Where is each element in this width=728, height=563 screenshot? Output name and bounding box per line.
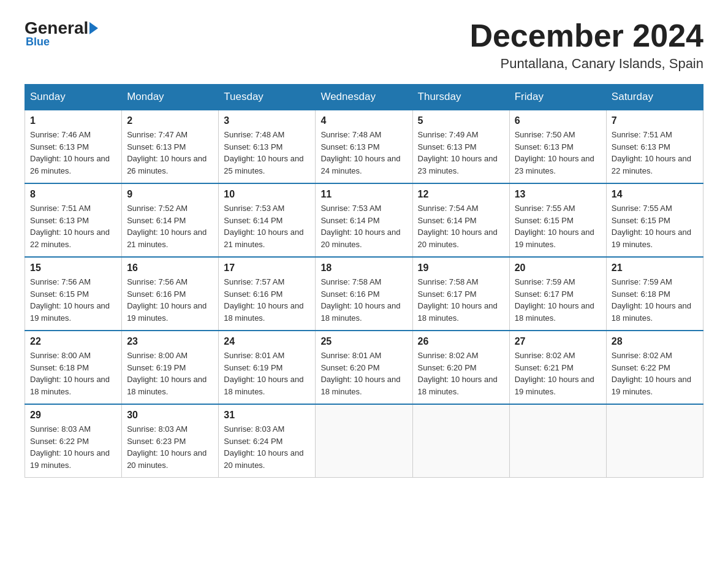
day-number: 7 (612, 115, 698, 126)
day-number: 9 (127, 189, 213, 200)
calendar-cell: 29Sunrise: 8:03 AMSunset: 6:22 PMDayligh… (25, 404, 122, 478)
calendar-cell: 6Sunrise: 7:50 AMSunset: 6:13 PMDaylight… (509, 110, 606, 183)
day-info: Sunrise: 7:48 AMSunset: 6:13 PMDaylight:… (320, 129, 407, 177)
title-area: December 2024 Puntallana, Canary Islands… (469, 18, 703, 72)
day-number: 23 (127, 336, 213, 347)
day-number: 16 (127, 262, 213, 274)
calendar-cell: 20Sunrise: 7:59 AMSunset: 6:17 PMDayligh… (509, 257, 606, 331)
calendar-cell: 17Sunrise: 7:57 AMSunset: 6:16 PMDayligh… (219, 257, 316, 331)
day-info: Sunrise: 7:59 AMSunset: 6:18 PMDaylight:… (612, 276, 698, 324)
calendar-cell: 11Sunrise: 7:53 AMSunset: 6:14 PMDayligh… (316, 183, 412, 257)
day-info: Sunrise: 8:00 AMSunset: 6:18 PMDaylight:… (30, 350, 116, 397)
day-number: 30 (127, 410, 213, 421)
day-number: 27 (515, 336, 601, 347)
day-number: 6 (515, 115, 601, 126)
day-info: Sunrise: 8:02 AMSunset: 6:22 PMDaylight:… (612, 350, 698, 397)
calendar-cell: 7Sunrise: 7:51 AMSunset: 6:13 PMDaylight… (606, 110, 703, 183)
calendar-week-row: 22Sunrise: 8:00 AMSunset: 6:18 PMDayligh… (25, 331, 703, 404)
day-number: 28 (612, 336, 698, 347)
calendar-week-row: 15Sunrise: 7:56 AMSunset: 6:15 PMDayligh… (25, 257, 703, 331)
calendar-cell: 25Sunrise: 8:01 AMSunset: 6:20 PMDayligh… (316, 331, 412, 404)
calendar-cell: 27Sunrise: 8:02 AMSunset: 6:21 PMDayligh… (509, 331, 606, 404)
calendar-cell: 14Sunrise: 7:55 AMSunset: 6:15 PMDayligh… (606, 183, 703, 257)
calendar-cell: 24Sunrise: 8:01 AMSunset: 6:19 PMDayligh… (219, 331, 316, 404)
day-number: 24 (224, 336, 310, 347)
day-number: 13 (515, 189, 601, 200)
calendar-cell: 9Sunrise: 7:52 AMSunset: 6:14 PMDaylight… (122, 183, 219, 257)
calendar-cell: 19Sunrise: 7:58 AMSunset: 6:17 PMDayligh… (412, 257, 509, 331)
calendar-cell (509, 404, 606, 478)
day-info: Sunrise: 8:02 AMSunset: 6:21 PMDaylight:… (515, 350, 601, 397)
day-info: Sunrise: 7:51 AMSunset: 6:13 PMDaylight:… (612, 129, 698, 177)
day-number: 17 (224, 262, 310, 274)
calendar-cell: 13Sunrise: 7:55 AMSunset: 6:15 PMDayligh… (509, 183, 606, 257)
day-number: 1 (30, 115, 116, 126)
calendar-week-row: 29Sunrise: 8:03 AMSunset: 6:22 PMDayligh… (25, 404, 703, 478)
day-info: Sunrise: 7:51 AMSunset: 6:13 PMDaylight:… (30, 202, 116, 250)
calendar-header-saturday: Saturday (606, 85, 703, 110)
calendar-cell: 26Sunrise: 8:02 AMSunset: 6:20 PMDayligh… (412, 331, 509, 404)
page-header: General Blue December 2024 Puntallana, C… (25, 18, 703, 72)
calendar-cell: 12Sunrise: 7:54 AMSunset: 6:14 PMDayligh… (412, 183, 509, 257)
day-info: Sunrise: 7:55 AMSunset: 6:15 PMDaylight:… (515, 202, 601, 250)
day-number: 8 (30, 189, 116, 200)
day-number: 19 (418, 262, 504, 274)
day-info: Sunrise: 7:49 AMSunset: 6:13 PMDaylight:… (418, 129, 504, 177)
day-number: 12 (418, 189, 504, 200)
calendar-header-wednesday: Wednesday (316, 85, 412, 110)
day-number: 26 (418, 336, 504, 347)
month-title: December 2024 (469, 18, 703, 53)
day-info: Sunrise: 8:03 AMSunset: 6:24 PMDaylight:… (224, 423, 310, 471)
calendar-cell: 16Sunrise: 7:56 AMSunset: 6:16 PMDayligh… (122, 257, 219, 331)
calendar-cell: 15Sunrise: 7:56 AMSunset: 6:15 PMDayligh… (25, 257, 122, 331)
day-info: Sunrise: 7:57 AMSunset: 6:16 PMDaylight:… (224, 276, 310, 324)
calendar-header-friday: Friday (509, 85, 606, 110)
calendar-header-tuesday: Tuesday (219, 85, 316, 110)
day-info: Sunrise: 7:46 AMSunset: 6:13 PMDaylight:… (30, 129, 116, 177)
logo-blue-text: Blue (26, 36, 50, 48)
calendar-cell: 2Sunrise: 7:47 AMSunset: 6:13 PMDaylight… (122, 110, 219, 183)
calendar-cell (412, 404, 509, 478)
calendar-cell: 30Sunrise: 8:03 AMSunset: 6:23 PMDayligh… (122, 404, 219, 478)
day-number: 15 (30, 262, 116, 274)
day-info: Sunrise: 7:52 AMSunset: 6:14 PMDaylight:… (127, 202, 213, 250)
day-info: Sunrise: 7:56 AMSunset: 6:15 PMDaylight:… (30, 276, 116, 324)
day-number: 3 (224, 115, 310, 126)
calendar-table: SundayMondayTuesdayWednesdayThursdayFrid… (25, 84, 703, 478)
day-info: Sunrise: 8:02 AMSunset: 6:20 PMDaylight:… (418, 350, 504, 397)
day-number: 18 (320, 262, 407, 274)
day-number: 14 (612, 189, 698, 200)
calendar-header-thursday: Thursday (412, 85, 509, 110)
day-info: Sunrise: 8:03 AMSunset: 6:22 PMDaylight:… (30, 423, 116, 471)
calendar-cell: 21Sunrise: 7:59 AMSunset: 6:18 PMDayligh… (606, 257, 703, 331)
logo-arrow-icon (89, 22, 98, 34)
day-number: 2 (127, 115, 213, 126)
calendar-cell: 8Sunrise: 7:51 AMSunset: 6:13 PMDaylight… (25, 183, 122, 257)
calendar-cell: 10Sunrise: 7:53 AMSunset: 6:14 PMDayligh… (219, 183, 316, 257)
calendar-cell (316, 404, 412, 478)
day-info: Sunrise: 7:50 AMSunset: 6:13 PMDaylight:… (515, 129, 601, 177)
day-number: 25 (320, 336, 407, 347)
calendar-cell: 4Sunrise: 7:48 AMSunset: 6:13 PMDaylight… (316, 110, 412, 183)
day-number: 20 (515, 262, 601, 274)
day-info: Sunrise: 7:59 AMSunset: 6:17 PMDaylight:… (515, 276, 601, 324)
calendar-week-row: 1Sunrise: 7:46 AMSunset: 6:13 PMDaylight… (25, 110, 703, 183)
day-info: Sunrise: 7:53 AMSunset: 6:14 PMDaylight:… (320, 202, 407, 250)
calendar-cell: 22Sunrise: 8:00 AMSunset: 6:18 PMDayligh… (25, 331, 122, 404)
calendar-week-row: 8Sunrise: 7:51 AMSunset: 6:13 PMDaylight… (25, 183, 703, 257)
calendar-cell: 18Sunrise: 7:58 AMSunset: 6:16 PMDayligh… (316, 257, 412, 331)
day-number: 5 (418, 115, 504, 126)
logo: General Blue (25, 18, 99, 48)
day-info: Sunrise: 7:55 AMSunset: 6:15 PMDaylight:… (612, 202, 698, 250)
calendar-cell: 31Sunrise: 8:03 AMSunset: 6:24 PMDayligh… (219, 404, 316, 478)
day-number: 29 (30, 410, 116, 421)
day-info: Sunrise: 7:54 AMSunset: 6:14 PMDaylight:… (418, 202, 504, 250)
day-info: Sunrise: 8:00 AMSunset: 6:19 PMDaylight:… (127, 350, 213, 397)
calendar-cell: 23Sunrise: 8:00 AMSunset: 6:19 PMDayligh… (122, 331, 219, 404)
calendar-cell: 3Sunrise: 7:48 AMSunset: 6:13 PMDaylight… (219, 110, 316, 183)
calendar-header-sunday: Sunday (25, 85, 122, 110)
day-info: Sunrise: 7:56 AMSunset: 6:16 PMDaylight:… (127, 276, 213, 324)
day-info: Sunrise: 8:03 AMSunset: 6:23 PMDaylight:… (127, 423, 213, 471)
day-number: 21 (612, 262, 698, 274)
day-info: Sunrise: 7:58 AMSunset: 6:17 PMDaylight:… (418, 276, 504, 324)
